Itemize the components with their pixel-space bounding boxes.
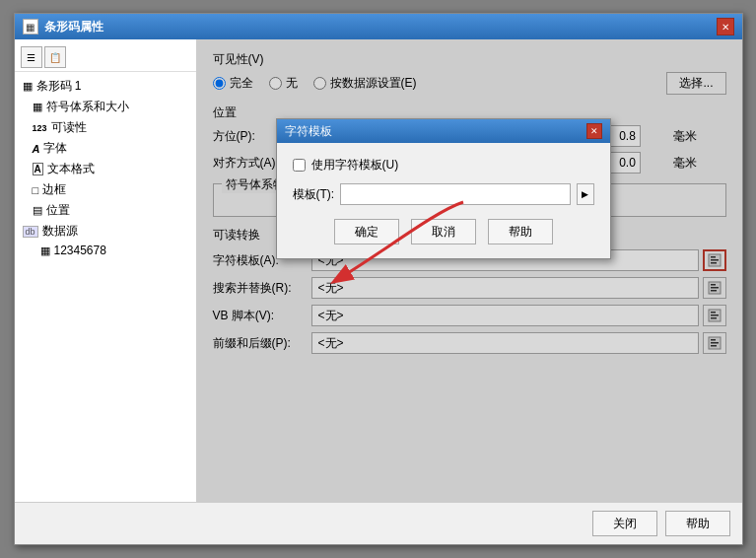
dialog-box: 字符模板 ✕ 使用字符模板(U) 模板(T): ▶ 确定 取消 xyxy=(276,118,611,259)
tree-label-readable: 可读性 xyxy=(51,119,87,136)
dialog-checkbox-row: 使用字符模板(U) xyxy=(293,157,594,174)
template-arrow-button[interactable]: ▶ xyxy=(577,183,594,205)
tree-label-position: 位置 xyxy=(46,202,70,219)
tree-item-textfmt[interactable]: A 文本格式 xyxy=(15,159,196,179)
tree-label-textfmt: 文本格式 xyxy=(47,161,95,177)
font-icon: A xyxy=(33,143,40,155)
toolbar-strip: ☰ 📋 xyxy=(15,43,196,72)
bottom-bar: 关闭 帮助 xyxy=(15,502,742,544)
dialog-close-button[interactable]: ✕ xyxy=(586,123,602,139)
template-label: 模板(T): xyxy=(293,186,335,203)
modal-overlay xyxy=(197,39,742,502)
tree-item-position[interactable]: ▤ 位置 xyxy=(15,200,196,221)
title-bar-icon: ▦ xyxy=(23,19,38,35)
toolbar-btn-2[interactable]: 📋 xyxy=(44,46,66,68)
use-template-checkbox[interactable] xyxy=(293,159,306,172)
data-icon: ▦ xyxy=(40,244,50,257)
right-panel: 可见性(V) 完全 无 按数据源设置(E) 选择... xyxy=(197,39,742,502)
use-template-label: 使用字符模板(U) xyxy=(311,157,399,174)
toolbar-btn-1[interactable]: ☰ xyxy=(21,46,42,68)
tree-item-datasource[interactable]: db 数据源 xyxy=(15,221,196,242)
tree-item-font[interactable]: A 字体 xyxy=(15,138,196,159)
main-window: ▦ 条形码属性 ✕ ☰ 📋 ▦ 条形码 1 ▦ 符号体系和大小 xyxy=(14,13,743,545)
tree-item-data12345678[interactable]: ▦ 12345678 xyxy=(15,242,196,259)
close-button[interactable]: 关闭 xyxy=(592,511,657,536)
title-bar-left: ▦ 条形码属性 xyxy=(23,19,103,35)
textfmt-icon: A xyxy=(33,163,43,175)
template-input[interactable] xyxy=(340,183,570,205)
title-bar: ▦ 条形码属性 ✕ xyxy=(15,14,742,39)
tree-item-barcode1[interactable]: ▦ 条形码 1 xyxy=(15,76,196,97)
dialog-cancel-button[interactable]: 取消 xyxy=(411,219,476,244)
dialog-title-bar: 字符模板 ✕ xyxy=(277,119,610,143)
datasource-icon: db xyxy=(23,226,38,238)
help-button[interactable]: 帮助 xyxy=(665,511,730,536)
left-panel: ☰ 📋 ▦ 条形码 1 ▦ 符号体系和大小 123 可读性 A xyxy=(15,39,197,502)
dialog-body: 使用字符模板(U) 模板(T): ▶ 确定 取消 帮助 xyxy=(277,143,610,258)
dialog-title-text: 字符模板 xyxy=(285,123,332,140)
tree-label-barcode1: 条形码 1 xyxy=(36,78,82,95)
tree-label-symbol: 符号体系和大小 xyxy=(46,99,129,115)
tree-label-data12345678: 12345678 xyxy=(54,244,106,257)
window-body: ☰ 📋 ▦ 条形码 1 ▦ 符号体系和大小 123 可读性 A xyxy=(15,39,742,502)
dialog-buttons: 确定 取消 帮助 xyxy=(293,219,594,244)
title-close-button[interactable]: ✕ xyxy=(717,18,734,35)
dialog-help-button[interactable]: 帮助 xyxy=(488,219,553,244)
symbol-icon: ▦ xyxy=(33,101,42,113)
title-bar-title: 条形码属性 xyxy=(44,19,103,35)
tree-item-symbol[interactable]: ▦ 符号体系和大小 xyxy=(15,97,196,117)
tree-label-datasource: 数据源 xyxy=(42,223,78,240)
dialog-ok-button[interactable]: 确定 xyxy=(334,219,399,244)
tree-item-border[interactable]: □ 边框 xyxy=(15,179,196,200)
readable-icon: 123 xyxy=(33,123,47,133)
dialog-field-row: 模板(T): ▶ xyxy=(293,183,594,205)
tree-item-readable[interactable]: 123 可读性 xyxy=(15,117,196,138)
tree-label-font: 字体 xyxy=(43,140,67,157)
barcode-icon: ▦ xyxy=(23,80,33,93)
border-icon: □ xyxy=(33,184,39,196)
position-icon: ▤ xyxy=(33,204,42,217)
tree-label-border: 边框 xyxy=(42,181,66,198)
